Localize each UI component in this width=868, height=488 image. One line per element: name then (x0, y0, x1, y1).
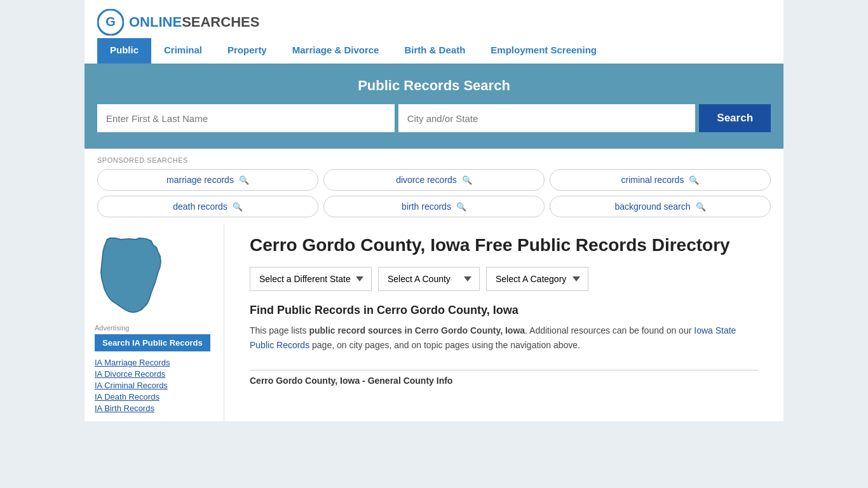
county-dropdown[interactable]: Select A County (378, 267, 480, 291)
sponsored-item-criminal-label: criminal records (621, 175, 684, 185)
sidebar-links: IA Marriage Records IA Divorce Records I… (95, 358, 214, 413)
hero-banner: Public Records Search Search (85, 64, 783, 149)
sidebar-link-death[interactable]: IA Death Records (95, 392, 214, 402)
header: G ONLINESEARCHES (85, 0, 783, 36)
sponsored-grid: marriage records 🔍 divorce records 🔍 cri… (97, 169, 771, 217)
content-area: Cerro Gordo County, Iowa Free Public Rec… (224, 224, 783, 421)
nav-item-employment[interactable]: Employment Screening (478, 38, 609, 64)
sidebar-link-criminal[interactable]: IA Criminal Records (95, 381, 214, 390)
name-input[interactable] (97, 104, 395, 132)
logo-text: ONLINESEARCHES (129, 14, 259, 30)
find-desc-2: . Additional resources can be found on o… (525, 325, 694, 336)
sidebar-link-birth[interactable]: IA Birth Records (95, 403, 214, 413)
search-icon-2: 🔍 (462, 175, 472, 185)
sponsored-item-death[interactable]: death records 🔍 (97, 196, 318, 217)
sponsored-item-death-label: death records (173, 201, 227, 212)
search-icon-3: 🔍 (689, 175, 699, 185)
state-dropdown[interactable]: Select a Different State (250, 267, 372, 291)
svg-text:G: G (105, 15, 116, 29)
search-row: Search (97, 104, 771, 132)
dropdowns-row: Select a Different State Select A County… (250, 267, 730, 291)
sponsored-item-criminal[interactable]: criminal records 🔍 (550, 169, 771, 191)
find-section: Find Public Records in Cerro Gordo Count… (237, 304, 771, 362)
search-icon-5: 🔍 (456, 202, 466, 212)
below-hero: SPONSORED SEARCHES marriage records 🔍 di… (85, 149, 783, 421)
sponsored-item-background[interactable]: background search 🔍 (550, 196, 771, 217)
search-icon-4: 🔍 (233, 202, 243, 212)
sidebar: Advertising Search IA Public Records IA … (85, 224, 224, 421)
nav-item-criminal[interactable]: Criminal (151, 38, 215, 64)
sponsored-item-divorce-label: divorce records (396, 175, 457, 185)
find-desc-bold: public record sources in Cerro Gordo Cou… (309, 325, 525, 336)
city-input[interactable] (398, 104, 696, 132)
sponsored-item-divorce[interactable]: divorce records 🔍 (323, 169, 545, 191)
state-heading-row: Cerro Gordo County, Iowa Free Public Rec… (237, 224, 771, 304)
nav-item-public[interactable]: Public (97, 38, 151, 64)
sidebar-link-divorce[interactable]: IA Divorce Records (95, 369, 214, 379)
category-dropdown[interactable]: Select A Category (486, 267, 588, 291)
nav-item-marriage-divorce[interactable]: Marriage & Divorce (280, 38, 392, 64)
search-icon-6: 🔍 (696, 202, 706, 212)
sidebar-ad-button[interactable]: Search IA Public Records (95, 334, 210, 351)
find-description: This page lists public record sources in… (250, 323, 758, 352)
sponsored-item-marriage-label: marriage records (166, 175, 234, 185)
search-button[interactable]: Search (699, 104, 771, 132)
logo-icon: G (97, 9, 124, 36)
find-desc-1: This page lists (250, 325, 309, 336)
sponsored-item-birth-label: birth records (402, 201, 451, 212)
page-heading: Cerro Gordo County, Iowa Free Public Rec… (250, 234, 730, 304)
hero-title: Public Records Search (97, 78, 771, 94)
sponsored-item-marriage[interactable]: marriage records 🔍 (97, 169, 318, 191)
nav-item-birth-death[interactable]: Birth & Death (391, 38, 478, 64)
sponsored-label: SPONSORED SEARCHES (97, 156, 771, 164)
content-columns: Advertising Search IA Public Records IA … (85, 224, 783, 421)
sponsored-section: SPONSORED SEARCHES marriage records 🔍 di… (85, 149, 783, 224)
find-desc-3: page, on city pages, and on topic pages … (309, 340, 580, 350)
page-title: Cerro Gordo County, Iowa Free Public Rec… (250, 234, 730, 257)
sidebar-link-marriage[interactable]: IA Marriage Records (95, 358, 214, 367)
search-icon-1: 🔍 (239, 175, 249, 185)
find-title: Find Public Records in Cerro Gordo Count… (250, 304, 758, 317)
state-shape (95, 233, 177, 324)
sidebar-ad-label: Advertising (95, 324, 214, 332)
logo: G ONLINESEARCHES (97, 9, 259, 36)
nav-item-property[interactable]: Property (215, 38, 280, 64)
nav-bar: Public Criminal Property Marriage & Divo… (85, 38, 783, 64)
county-info-label: Cerro Gordo County, Iowa - General Count… (237, 370, 771, 386)
sponsored-item-birth[interactable]: birth records 🔍 (323, 196, 545, 217)
sponsored-item-background-label: background search (614, 201, 690, 212)
